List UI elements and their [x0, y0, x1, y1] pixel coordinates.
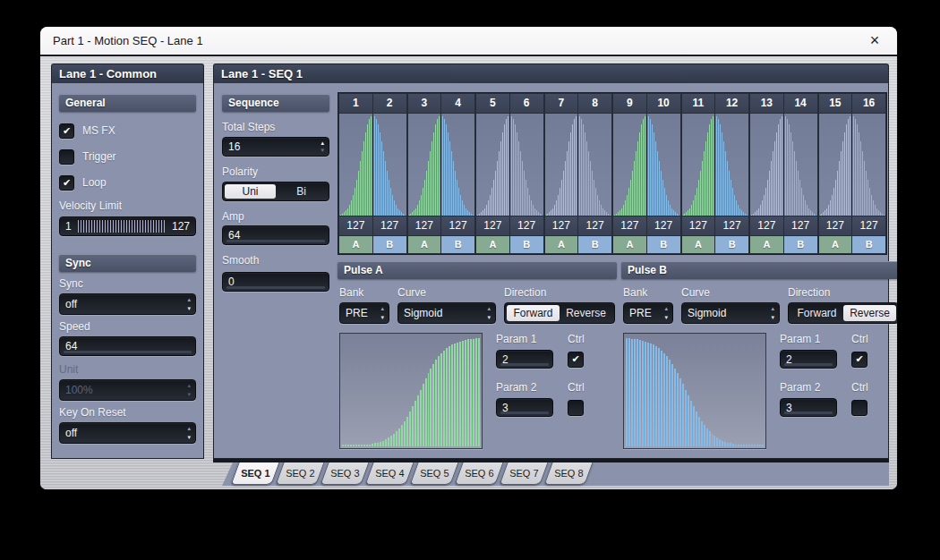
curve-bar	[419, 200, 420, 216]
curve-bar	[464, 205, 465, 216]
step-value[interactable]: 127	[715, 216, 748, 235]
step-bars[interactable]	[750, 114, 783, 216]
curve-bar	[867, 180, 868, 216]
step-bars[interactable]	[373, 114, 406, 216]
step-bars[interactable]	[682, 114, 715, 216]
pulse-a-param1-ctrl-checkbox[interactable]: ✔	[568, 352, 584, 368]
curve-bar	[428, 373, 430, 446]
step-bars[interactable]	[545, 114, 578, 216]
step-value[interactable]: 127	[819, 216, 852, 235]
curve-bar	[642, 341, 644, 446]
step-slot[interactable]: A	[613, 236, 646, 253]
curve-bar	[643, 119, 644, 216]
total-steps-spinner[interactable]: 16 ▴▾	[222, 137, 329, 157]
pulse-a-param2-field[interactable]: 3	[496, 398, 553, 417]
pulse-a-param1-field[interactable]: 2	[496, 350, 553, 369]
step-slot[interactable]: A	[476, 236, 509, 253]
curve-bar	[812, 212, 813, 216]
loop-checkbox[interactable]: ✔	[59, 175, 74, 191]
pulse-a-direction-forward[interactable]: Forward	[507, 305, 560, 321]
speed-field[interactable]: 64	[59, 336, 196, 356]
step-bars[interactable]	[613, 114, 646, 216]
step-bars[interactable]	[476, 114, 509, 216]
curve-bar	[884, 215, 884, 216]
step-slot[interactable]: A	[819, 236, 852, 253]
tab-seq-1[interactable]: SEQ 1	[230, 462, 279, 485]
key-on-reset-label: Key On Reset	[59, 406, 196, 419]
pulse-a-direction-reverse[interactable]: Reverse	[560, 305, 612, 321]
step-bars[interactable]	[510, 114, 543, 216]
pulse-b-param1-field[interactable]: 2	[780, 350, 837, 369]
step-slot[interactable]: A	[750, 236, 783, 253]
step-slot[interactable]: A	[339, 236, 372, 253]
step-value[interactable]: 127	[784, 216, 817, 235]
step-value[interactable]: 127	[339, 216, 372, 235]
step-bars[interactable]	[408, 114, 441, 216]
step-bars[interactable]	[784, 114, 817, 216]
step-slot[interactable]: B	[510, 236, 543, 253]
pulse-b-param2-field[interactable]: 3	[780, 398, 837, 417]
step-slot[interactable]: A	[545, 236, 578, 253]
step-bars[interactable]	[441, 114, 474, 216]
unit-dropdown[interactable]: 100% ▴▾	[59, 379, 196, 401]
close-icon[interactable]: ×	[865, 31, 884, 51]
step-value[interactable]: 127	[647, 216, 680, 235]
smooth-field[interactable]: 0	[222, 272, 329, 292]
tab-seq-3[interactable]: SEQ 3	[320, 462, 369, 485]
amp-field[interactable]: 64	[222, 225, 329, 245]
step-bars[interactable]	[715, 114, 748, 216]
curve-bar	[467, 210, 468, 216]
pulse-b-param1-ctrl-checkbox[interactable]: ✔	[851, 352, 867, 368]
curve-bar	[702, 161, 703, 216]
msfx-checkbox[interactable]: ✔	[59, 123, 74, 139]
step-slot[interactable]: B	[715, 236, 748, 253]
step-value[interactable]: 127	[408, 216, 441, 235]
sync-dropdown[interactable]: off ▴▾	[59, 293, 196, 315]
step-slot[interactable]: B	[784, 236, 817, 253]
tab-seq-8[interactable]: SEQ 8	[543, 462, 593, 485]
step-slot[interactable]: B	[441, 236, 474, 253]
step-bars[interactable]	[819, 114, 852, 216]
step-slot[interactable]: B	[373, 236, 406, 253]
pulse-b-bank-dropdown[interactable]: PRE ▴▾	[623, 302, 673, 324]
step-slot[interactable]: A	[682, 236, 715, 253]
tab-seq-7[interactable]: SEQ 7	[499, 462, 548, 485]
velocity-limit-range[interactable]: 1 127	[59, 216, 196, 236]
step-value[interactable]: 127	[510, 216, 543, 235]
step-value[interactable]: 127	[441, 216, 474, 235]
pulse-b-direction-reverse[interactable]: Reverse	[843, 305, 896, 321]
step-slot[interactable]: B	[647, 236, 680, 253]
step-value[interactable]: 127	[682, 216, 715, 235]
pulse-a-bank-dropdown[interactable]: PRE ▴▾	[339, 302, 389, 324]
pulse-b-curve-dropdown[interactable]: Sigmoid ▴▾	[681, 302, 780, 324]
step-value[interactable]: 127	[613, 216, 646, 235]
key-on-reset-dropdown[interactable]: off ▴▾	[59, 422, 196, 444]
pulse-b-direction-forward[interactable]: Forward	[790, 305, 843, 321]
step-value[interactable]: 127	[578, 216, 611, 235]
curve-bar	[815, 215, 816, 216]
step-value[interactable]: 127	[750, 216, 783, 235]
step-value[interactable]: 127	[545, 216, 578, 235]
step-slot[interactable]: A	[408, 236, 441, 253]
step-slot[interactable]: B	[852, 236, 885, 253]
pulse-a-curve-dropdown[interactable]: Sigmoid ▴▾	[397, 302, 496, 324]
curve-bar	[641, 124, 642, 216]
step-bars[interactable]	[647, 114, 680, 216]
step-bars[interactable]	[578, 114, 611, 216]
step-value[interactable]: 127	[476, 216, 509, 235]
pulse-b-param2-ctrl-checkbox[interactable]	[851, 400, 867, 416]
step-slot[interactable]: B	[578, 236, 611, 253]
curve-bar	[390, 188, 391, 216]
step-bars[interactable]	[852, 114, 885, 216]
step-value[interactable]: 127	[373, 216, 406, 235]
polarity-option-uni[interactable]: Uni	[225, 184, 276, 199]
step-value[interactable]: 127	[852, 216, 885, 235]
step-bars[interactable]	[339, 114, 372, 216]
tab-seq-2[interactable]: SEQ 2	[275, 462, 324, 485]
trigger-checkbox[interactable]	[59, 149, 74, 165]
polarity-option-bi[interactable]: Bi	[276, 184, 327, 199]
tab-seq-4[interactable]: SEQ 4	[364, 462, 414, 485]
pulse-a-param2-ctrl-checkbox[interactable]	[568, 400, 584, 416]
tab-seq-5[interactable]: SEQ 5	[409, 462, 458, 485]
tab-seq-6[interactable]: SEQ 6	[454, 462, 503, 485]
